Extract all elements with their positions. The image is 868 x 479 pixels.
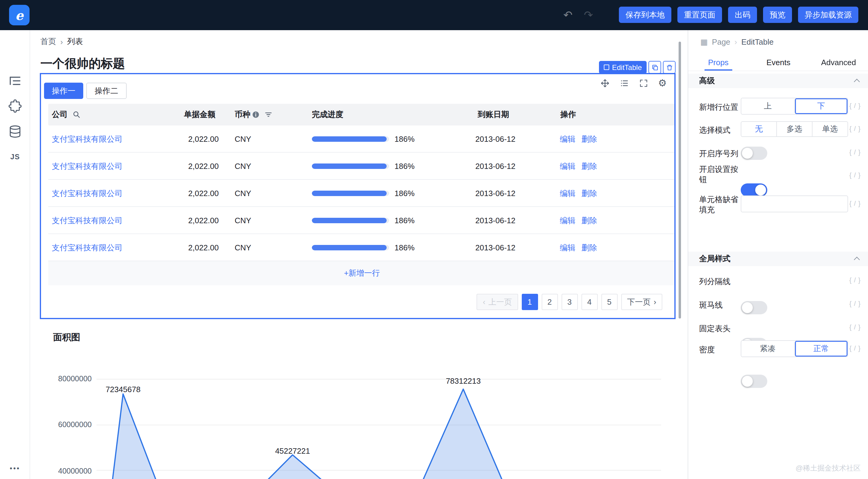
delete-link[interactable]: 删除 [582,234,597,261]
density-option-compact[interactable]: 紧凑 [741,341,794,357]
move-icon[interactable] [600,79,610,88]
breadcrumb-current: 列表 [67,36,83,47]
add-row-button[interactable]: +新增一行 [48,261,676,286]
filter-icon[interactable] [264,111,273,119]
page-button-2[interactable]: 2 [541,294,558,310]
fullscreen-icon[interactable] [639,79,648,88]
code-binding-icon[interactable]: { / } [849,345,861,352]
progress-label: 186% [395,153,415,180]
props-panel: ▦ Page › EditTable Props Events Advanced… [688,30,868,479]
canvas-scrollbar[interactable] [679,41,681,319]
page-button-3[interactable]: 3 [561,294,578,310]
company-link[interactable]: 支付宝科技有限公司 [52,153,122,180]
topbar-actions: 保存到本地 重置页面 出码 预览 异步加载资源 [619,7,858,23]
redo-icon[interactable]: ↷ [584,8,593,22]
selected-component-tag[interactable]: EditTable [599,61,647,73]
currency-cell: CNY [235,234,251,261]
code-binding-icon[interactable]: { / } [849,300,861,307]
company-link[interactable]: 支付宝科技有限公司 [52,207,122,234]
tab-events[interactable]: Events [748,54,808,70]
async-resource-button[interactable]: 异步加载资源 [798,7,858,23]
app-logo[interactable]: e [9,5,30,25]
col-header-amount: 单据金额 [184,104,215,125]
js-panel-icon[interactable]: JS [8,150,22,164]
delete-component-button[interactable] [663,61,676,73]
select-mode-option-multi[interactable]: 多选 [776,122,812,136]
company-link[interactable]: 支付宝科技有限公司 [52,125,122,153]
tab-advanced[interactable]: Advanced [809,54,868,70]
panel-breadcrumb: ▦ Page › EditTable [700,37,774,47]
delete-link[interactable]: 删除 [582,125,597,153]
panel-breadcrumb-parent[interactable]: Page [712,37,731,47]
reset-page-button[interactable]: 重置页面 [677,7,722,23]
code-binding-icon[interactable]: { / } [849,148,861,156]
y-tick-40m: 40000000 [35,467,92,475]
export-code-button[interactable]: 出码 [728,7,757,23]
page-button-4[interactable]: 4 [581,294,597,310]
edit-link[interactable]: 编辑 [560,153,576,180]
select-mode-segmented: 无 多选 单选 [741,121,848,137]
breadcrumb-home[interactable]: 首页 [40,36,56,47]
delete-link[interactable]: 删除 [582,153,597,180]
chevron-up-icon [854,79,860,85]
edit-link[interactable]: 编辑 [560,234,576,261]
tab-props[interactable]: Props [688,54,748,70]
action-one-button[interactable]: 操作一 [44,83,83,99]
density-option-normal[interactable]: 正常 [794,341,847,357]
page-button-1[interactable]: 1 [522,294,538,310]
edit-link[interactable]: 编辑 [560,180,576,207]
section-global-style[interactable]: 全局样式 [688,251,868,266]
column-divider-toggle[interactable] [741,301,767,314]
copy-component-button[interactable] [648,61,661,73]
settings-button-toggle[interactable] [741,183,767,197]
company-link[interactable]: 支付宝科技有限公司 [52,234,122,261]
index-column-toggle[interactable] [741,147,767,160]
info-icon[interactable] [251,111,260,119]
date-cell: 2013-06-12 [475,207,516,234]
table-row: 支付宝科技有限公司 2,022.00 CNY 186% 2013-06-12 编… [48,180,676,207]
progress-label: 186% [395,125,415,153]
select-mode-option-none[interactable]: 无 [741,122,776,136]
undo-icon[interactable]: ↶ [563,8,572,22]
logo-icon: e [16,9,24,22]
more-icon[interactable]: ••• [8,461,22,475]
y-tick-60m: 60000000 [35,420,92,429]
code-binding-icon[interactable]: { / } [849,276,861,283]
gear-icon[interactable]: ⚙ [658,79,668,88]
company-link[interactable]: 支付宝科技有限公司 [52,180,122,207]
col-header-date: 到账日期 [478,104,509,125]
code-binding-icon[interactable]: { / } [849,200,861,207]
section-advanced[interactable]: 高级 [688,73,868,88]
delete-link[interactable]: 删除 [582,207,597,234]
fixed-header-toggle[interactable] [741,375,767,388]
section-global-style-title: 全局样式 [699,253,731,264]
search-icon[interactable] [72,111,81,119]
outline-tree-icon[interactable] [8,73,22,88]
point-label-3: 78312213 [433,377,493,386]
preview-button[interactable]: 预览 [763,7,792,23]
action-two-button[interactable]: 操作二 [86,83,127,99]
plugin-puzzle-icon[interactable] [8,99,22,113]
add-position-label: 新增行位置 [699,102,741,112]
add-position-option-bottom[interactable]: 下 [794,98,847,114]
select-mode-option-single[interactable]: 单选 [812,122,847,136]
prev-page-button[interactable]: ‹ 上一页 [477,294,518,310]
column-setting-icon[interactable] [619,79,629,88]
index-column-label: 开启序号列 [699,148,741,159]
table-row: 支付宝科技有限公司 2,022.00 CNY 186% 2013-06-12 编… [48,207,676,234]
progress-bar [312,245,389,250]
database-icon[interactable] [8,124,22,139]
code-binding-icon[interactable]: { / } [849,171,861,179]
add-position-option-top[interactable]: 上 [741,98,794,114]
cell-fallback-input[interactable] [741,196,848,212]
edit-link[interactable]: 编辑 [560,207,576,234]
code-binding-icon[interactable]: { / } [849,323,861,331]
density-segmented: 紧凑 正常 [741,340,848,357]
next-page-button[interactable]: 下一页 › [621,294,662,310]
save-local-button[interactable]: 保存到本地 [619,7,671,23]
edit-link[interactable]: 编辑 [560,125,576,153]
code-binding-icon[interactable]: { / } [849,125,861,132]
code-binding-icon[interactable]: { / } [849,102,861,109]
page-button-5[interactable]: 5 [601,294,617,310]
delete-link[interactable]: 删除 [582,180,597,207]
